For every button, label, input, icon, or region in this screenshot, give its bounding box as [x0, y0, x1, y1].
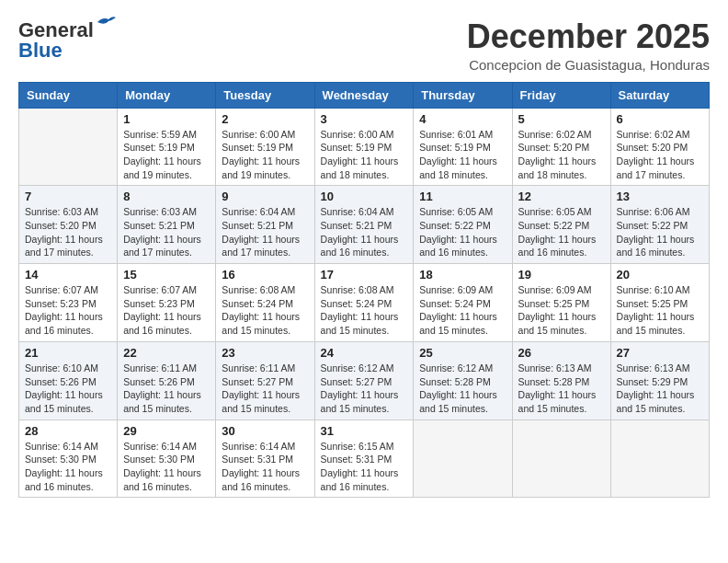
day-number: 4 — [419, 112, 506, 126]
calendar-cell: 24Sunrise: 6:12 AMSunset: 5:27 PMDayligh… — [314, 341, 414, 419]
day-number: 28 — [25, 424, 111, 438]
calendar-cell: 22Sunrise: 6:11 AMSunset: 5:26 PMDayligh… — [118, 341, 216, 419]
calendar-cell: 25Sunrise: 6:12 AMSunset: 5:28 PMDayligh… — [414, 341, 512, 419]
day-info: Sunrise: 6:00 AMSunset: 5:19 PMDaylight:… — [222, 128, 308, 182]
calendar-week-row-1: 1Sunrise: 5:59 AMSunset: 5:19 PMDaylight… — [19, 108, 710, 186]
day-info: Sunrise: 6:01 AMSunset: 5:19 PMDaylight:… — [419, 128, 506, 182]
calendar-cell: 1Sunrise: 5:59 AMSunset: 5:19 PMDaylight… — [118, 108, 216, 186]
day-number: 5 — [518, 112, 605, 126]
header-thursday: Thursday — [414, 82, 512, 108]
logo: General Blue — [18, 18, 94, 63]
day-number: 25 — [419, 346, 506, 360]
calendar-cell: 23Sunrise: 6:11 AMSunset: 5:27 PMDayligh… — [216, 341, 314, 419]
day-number: 19 — [518, 268, 605, 282]
day-info: Sunrise: 6:00 AMSunset: 5:19 PMDaylight:… — [321, 128, 408, 182]
day-info: Sunrise: 6:07 AMSunset: 5:23 PMDaylight:… — [25, 283, 111, 338]
calendar-cell: 13Sunrise: 6:06 AMSunset: 5:22 PMDayligh… — [610, 186, 709, 264]
calendar-cell: 26Sunrise: 6:13 AMSunset: 5:28 PMDayligh… — [512, 341, 610, 419]
day-number: 18 — [419, 268, 506, 282]
calendar-cell: 15Sunrise: 6:07 AMSunset: 5:23 PMDayligh… — [118, 264, 216, 342]
calendar-cell: 28Sunrise: 6:14 AMSunset: 5:30 PMDayligh… — [19, 419, 118, 498]
calendar-cell: 7Sunrise: 6:03 AMSunset: 5:20 PMDaylight… — [19, 186, 118, 264]
bird-icon — [96, 15, 116, 29]
day-info: Sunrise: 6:08 AMSunset: 5:24 PMDaylight:… — [321, 283, 408, 338]
day-number: 8 — [123, 190, 210, 203]
calendar-cell: 20Sunrise: 6:10 AMSunset: 5:25 PMDayligh… — [610, 264, 709, 342]
calendar-cell: 18Sunrise: 6:09 AMSunset: 5:24 PMDayligh… — [414, 264, 512, 342]
calendar-cell: 11Sunrise: 6:05 AMSunset: 5:22 PMDayligh… — [414, 186, 512, 264]
calendar-cell: 21Sunrise: 6:10 AMSunset: 5:26 PMDayligh… — [19, 341, 118, 419]
day-info: Sunrise: 6:05 AMSunset: 5:22 PMDaylight:… — [518, 205, 605, 259]
day-info: Sunrise: 6:11 AMSunset: 5:26 PMDaylight:… — [123, 362, 210, 416]
day-info: Sunrise: 6:10 AMSunset: 5:25 PMDaylight:… — [617, 283, 703, 338]
header-sunday: Sunday — [19, 82, 118, 108]
calendar-cell: 27Sunrise: 6:13 AMSunset: 5:29 PMDayligh… — [610, 341, 709, 419]
day-info: Sunrise: 6:08 AMSunset: 5:24 PMDaylight:… — [222, 283, 308, 338]
day-number: 22 — [123, 346, 210, 360]
day-number: 2 — [222, 112, 308, 126]
day-info: Sunrise: 6:09 AMSunset: 5:25 PMDaylight:… — [518, 283, 605, 338]
calendar-cell: 30Sunrise: 6:14 AMSunset: 5:31 PMDayligh… — [216, 419, 314, 498]
calendar-cell — [512, 419, 610, 498]
day-info: Sunrise: 6:14 AMSunset: 5:30 PMDaylight:… — [123, 440, 210, 494]
day-info: Sunrise: 6:13 AMSunset: 5:29 PMDaylight:… — [617, 362, 703, 416]
weekday-header-row: Sunday Monday Tuesday Wednesday Thursday… — [19, 82, 710, 108]
calendar-week-row-3: 14Sunrise: 6:07 AMSunset: 5:23 PMDayligh… — [19, 264, 710, 342]
header-tuesday: Tuesday — [216, 82, 314, 108]
day-number: 26 — [518, 346, 605, 360]
calendar-cell: 16Sunrise: 6:08 AMSunset: 5:24 PMDayligh… — [216, 264, 314, 342]
day-info: Sunrise: 6:06 AMSunset: 5:22 PMDaylight:… — [617, 205, 703, 259]
calendar-cell — [19, 108, 118, 186]
month-title: December 2025 — [467, 18, 710, 55]
day-info: Sunrise: 6:10 AMSunset: 5:26 PMDaylight:… — [25, 362, 111, 416]
day-info: Sunrise: 6:12 AMSunset: 5:28 PMDaylight:… — [419, 362, 506, 416]
calendar-cell: 31Sunrise: 6:15 AMSunset: 5:31 PMDayligh… — [314, 419, 414, 498]
day-info: Sunrise: 6:02 AMSunset: 5:20 PMDaylight:… — [518, 128, 605, 182]
day-number: 3 — [321, 112, 408, 126]
calendar-cell — [414, 419, 512, 498]
calendar-cell: 4Sunrise: 6:01 AMSunset: 5:19 PMDaylight… — [414, 108, 512, 186]
day-number: 7 — [25, 190, 111, 203]
day-info: Sunrise: 5:59 AMSunset: 5:19 PMDaylight:… — [123, 128, 210, 182]
calendar-week-row-5: 28Sunrise: 6:14 AMSunset: 5:30 PMDayligh… — [19, 419, 710, 498]
calendar-cell: 29Sunrise: 6:14 AMSunset: 5:30 PMDayligh… — [118, 419, 216, 498]
day-info: Sunrise: 6:03 AMSunset: 5:21 PMDaylight:… — [123, 205, 210, 259]
calendar-cell: 14Sunrise: 6:07 AMSunset: 5:23 PMDayligh… — [19, 264, 118, 342]
calendar-cell: 3Sunrise: 6:00 AMSunset: 5:19 PMDaylight… — [314, 108, 414, 186]
day-number: 1 — [123, 112, 210, 126]
day-info: Sunrise: 6:14 AMSunset: 5:30 PMDaylight:… — [25, 440, 111, 494]
day-number: 11 — [419, 190, 506, 203]
day-number: 20 — [617, 268, 703, 282]
day-number: 15 — [123, 268, 210, 282]
calendar-cell: 8Sunrise: 6:03 AMSunset: 5:21 PMDaylight… — [118, 186, 216, 264]
header-wednesday: Wednesday — [314, 82, 414, 108]
calendar-table: Sunday Monday Tuesday Wednesday Thursday… — [18, 82, 710, 499]
day-info: Sunrise: 6:15 AMSunset: 5:31 PMDaylight:… — [321, 440, 408, 494]
calendar-cell: 6Sunrise: 6:02 AMSunset: 5:20 PMDaylight… — [610, 108, 709, 186]
calendar-cell: 5Sunrise: 6:02 AMSunset: 5:20 PMDaylight… — [512, 108, 610, 186]
day-number: 14 — [25, 268, 111, 282]
day-info: Sunrise: 6:04 AMSunset: 5:21 PMDaylight:… — [321, 205, 408, 259]
day-number: 13 — [617, 190, 703, 203]
day-number: 16 — [222, 268, 308, 282]
header-friday: Friday — [512, 82, 610, 108]
day-number: 6 — [617, 112, 703, 126]
calendar-cell: 12Sunrise: 6:05 AMSunset: 5:22 PMDayligh… — [512, 186, 610, 264]
calendar-cell: 9Sunrise: 6:04 AMSunset: 5:21 PMDaylight… — [216, 186, 314, 264]
day-number: 31 — [321, 424, 408, 438]
day-number: 24 — [321, 346, 408, 360]
header-monday: Monday — [118, 82, 216, 108]
day-number: 27 — [617, 346, 703, 360]
day-number: 12 — [518, 190, 605, 203]
header-saturday: Saturday — [610, 82, 709, 108]
day-info: Sunrise: 6:13 AMSunset: 5:28 PMDaylight:… — [518, 362, 605, 416]
day-number: 10 — [321, 190, 408, 203]
calendar-cell: 2Sunrise: 6:00 AMSunset: 5:19 PMDaylight… — [216, 108, 314, 186]
day-info: Sunrise: 6:02 AMSunset: 5:20 PMDaylight:… — [617, 128, 703, 182]
day-info: Sunrise: 6:04 AMSunset: 5:21 PMDaylight:… — [222, 205, 308, 259]
location: Concepcion de Guasistagua, Honduras — [467, 57, 710, 73]
day-number: 29 — [123, 424, 210, 438]
calendar-week-row-2: 7Sunrise: 6:03 AMSunset: 5:20 PMDaylight… — [19, 186, 710, 264]
title-area: December 2025 Concepcion de Guasistagua,… — [467, 18, 710, 73]
calendar-cell — [610, 419, 709, 498]
